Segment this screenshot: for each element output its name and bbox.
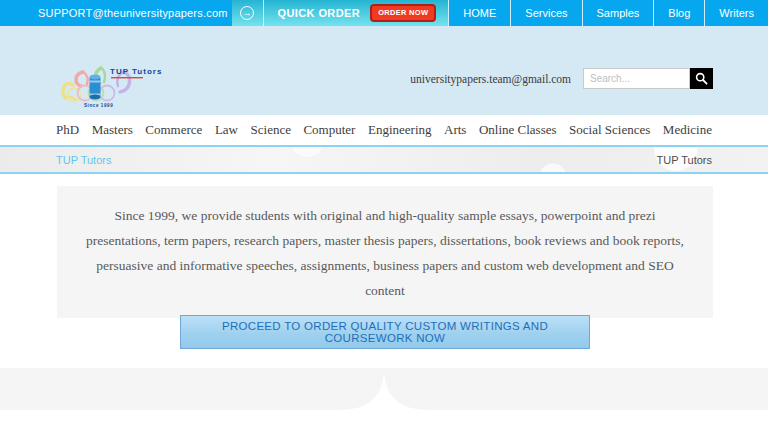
top-menu: HOME Services Samples Blog Writers (448, 0, 768, 26)
nav-item-engineering[interactable]: Engineering (368, 122, 432, 138)
nav-item-phd[interactable]: PhD (56, 122, 79, 138)
nav-item-arts[interactable]: Arts (444, 122, 466, 138)
menu-item-home[interactable]: HOME (448, 0, 510, 26)
breadcrumb-bar: TUP Tutors TUP Tutors (0, 145, 768, 174)
nav-item-online-classes[interactable]: Online Classes (479, 122, 557, 138)
quick-order-section: → QUICK ORDER ORDER NOW (232, 0, 449, 26)
breadcrumb[interactable]: TUP Tutors (56, 154, 111, 166)
menu-item-services[interactable]: Services (510, 0, 581, 26)
menu-item-writers[interactable]: Writers (704, 0, 768, 26)
nav-item-computer[interactable]: Computer (303, 122, 355, 138)
nav-item-science[interactable]: Science (251, 122, 291, 138)
nav-item-masters[interactable]: Masters (92, 122, 133, 138)
search-button[interactable] (690, 68, 713, 89)
header-right: universitypapers.team@gmail.com (410, 68, 713, 89)
search-input[interactable] (583, 68, 690, 89)
menu-item-samples[interactable]: Samples (582, 0, 654, 26)
footer-band (0, 368, 768, 410)
nav-item-social-sciences[interactable]: Social Sciences (569, 122, 650, 138)
search-icon (695, 72, 708, 85)
header: TUP Tutors Since 1999 universitypapers.t… (0, 26, 768, 115)
site-logo[interactable]: TUP Tutors Since 1999 (58, 53, 178, 113)
proceed-to-order-button[interactable]: PROCEED TO ORDER QUALITY CUSTOM WRITINGS… (180, 315, 590, 349)
subject-nav: PhD Masters Commerce Law Science Compute… (0, 115, 768, 145)
quick-order-arrow-button[interactable]: → (232, 0, 264, 26)
breadcrumb-current: TUP Tutors (657, 154, 712, 166)
intro-box: Since 1999, we provide students with ori… (57, 186, 713, 318)
arrow-right-icon: → (240, 6, 254, 20)
quick-order-label: QUICK ORDER (264, 7, 371, 19)
intro-text: Since 1999, we provide students with ori… (78, 203, 692, 303)
logo-graphic: TUP Tutors Since 1999 (58, 53, 178, 109)
footer-curve-decoration (0, 368, 768, 410)
logo-since: Since 1999 (84, 103, 113, 108)
nav-item-medicine[interactable]: Medicine (663, 122, 712, 138)
menu-item-blog[interactable]: Blog (653, 0, 704, 26)
nav-item-commerce[interactable]: Commerce (145, 122, 202, 138)
contact-email: universitypapers.team@gmail.com (410, 73, 571, 85)
logo-title: TUP Tutors (110, 67, 162, 76)
support-email: SUPPORT@theuniversitypapers.com (0, 0, 228, 26)
order-now-button[interactable]: ORDER NOW (370, 4, 436, 22)
top-bar: SUPPORT@theuniversitypapers.com → QUICK … (0, 0, 768, 26)
nav-item-law[interactable]: Law (215, 122, 238, 138)
logo-tagline-mark (111, 77, 143, 78)
